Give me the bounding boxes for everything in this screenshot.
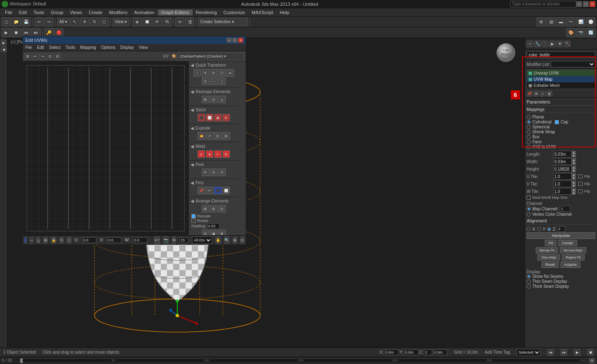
pins-collapse-icon[interactable]: ◀ xyxy=(191,181,194,185)
rotate-button[interactable]: ↻ xyxy=(90,17,99,27)
z-value-input[interactable] xyxy=(557,226,565,232)
map-channel-input[interactable] xyxy=(560,206,570,212)
manipulate-button[interactable]: Manipulate xyxy=(527,232,595,239)
particle-btn[interactable]: ⚪ xyxy=(586,17,595,27)
width-down[interactable]: ▼ xyxy=(572,162,576,165)
uvw-menu-edit[interactable]: Edit xyxy=(34,45,46,50)
hierarchy-btn[interactable]: ⋮ xyxy=(541,41,548,47)
uvw-paint-btn[interactable]: 🎨 xyxy=(171,53,177,59)
arrange-btn-3[interactable]: ⊡ xyxy=(218,205,226,212)
menu-file[interactable]: File xyxy=(2,10,16,15)
menu-group[interactable]: Group xyxy=(47,10,67,15)
make-unique-btn[interactable]: ◇ xyxy=(540,91,546,96)
uvw-settings-btn[interactable]: ⚙ xyxy=(172,236,176,244)
uvw-menu-options[interactable]: Options xyxy=(99,45,118,50)
length-spinner[interactable]: ▲ ▼ xyxy=(553,151,576,157)
uvw-w-input[interactable] xyxy=(133,237,147,243)
radio-cylindrical-dot[interactable] xyxy=(527,120,531,124)
graph-btn[interactable]: 📊 xyxy=(576,17,585,27)
remove-mod-btn[interactable]: 🗑 xyxy=(546,91,552,96)
menu-graph-editors[interactable]: Graph Editors xyxy=(158,10,193,15)
uvw-scale-btn[interactable]: ⬡ xyxy=(67,237,71,243)
percent-snap-btn[interactable]: % xyxy=(162,17,172,27)
uvw-zoomex-btn[interactable]: ⊞ xyxy=(233,236,237,244)
qt-collapse-icon[interactable]: ◀ xyxy=(191,63,194,67)
weld-sel-btn[interactable]: ◈ xyxy=(206,150,213,158)
new-button[interactable]: ◻ xyxy=(2,17,11,27)
height-up[interactable]: ▲ xyxy=(572,166,576,169)
vtile-spinner[interactable]: ▲ ▼ xyxy=(553,181,576,187)
utile-up[interactable]: ▲ xyxy=(572,173,576,176)
stitch-btn-4[interactable]: ⊞ xyxy=(222,114,230,121)
height-input[interactable] xyxy=(553,166,572,172)
object-name-input[interactable] xyxy=(527,51,595,58)
menu-edit[interactable]: Edit xyxy=(16,10,30,15)
peel-collapse-icon[interactable]: ◀ xyxy=(191,162,194,167)
uvw-v-input[interactable] xyxy=(107,237,121,243)
radio-planar-dot[interactable] xyxy=(527,115,531,119)
show-no-seams-radio[interactable] xyxy=(527,275,531,279)
add-time-tag[interactable]: Add Time Tag xyxy=(485,350,510,354)
menu-rendering[interactable]: Rendering xyxy=(193,10,220,15)
uvw-cam-btn[interactable]: 📷 xyxy=(163,236,169,244)
radio-shrinkwrap-dot[interactable] xyxy=(527,130,531,134)
explode-btn-4[interactable]: ⊟ xyxy=(222,132,230,140)
minimize-button[interactable]: ─ xyxy=(576,1,582,7)
utile-input[interactable] xyxy=(553,173,572,180)
menu-help[interactable]: Help xyxy=(276,10,292,15)
x-coord-input[interactable] xyxy=(384,350,399,355)
arrange-pack-btn-2[interactable]: ▦ xyxy=(210,230,218,235)
qt-btn-8[interactable]: ↕ xyxy=(218,77,226,85)
uvw-menu-file[interactable]: File xyxy=(23,45,34,50)
qt-btn-4[interactable]: ⬡ xyxy=(218,69,226,77)
uvw-xy-btn[interactable]: XY xyxy=(154,236,160,244)
stitch-btn-1[interactable]: ⬛ xyxy=(198,114,205,121)
angle-snap-btn[interactable]: ⟳ xyxy=(152,17,162,27)
x-align-radio[interactable] xyxy=(527,227,531,231)
timeline-settings-btn[interactable]: ⚙ xyxy=(589,358,595,364)
stitch-btn-3[interactable]: ▦ xyxy=(214,114,222,121)
flip-v-checkbox[interactable] xyxy=(578,182,582,186)
uvw-tool-4[interactable]: ⊡ xyxy=(47,53,53,60)
vtile-up[interactable]: ▲ xyxy=(572,181,576,184)
maximize-button[interactable]: □ xyxy=(583,1,589,7)
left-tool-1[interactable]: ▶ xyxy=(1,40,7,46)
length-input[interactable] xyxy=(553,151,572,157)
uvw-tool-3[interactable]: ↪ xyxy=(39,53,46,60)
reshape-btn-2[interactable]: ⊙ xyxy=(210,96,218,103)
mirror-btn[interactable]: ⇔ xyxy=(175,17,184,27)
utile-down[interactable]: ▼ xyxy=(572,176,576,180)
thin-seam-row[interactable]: Thin Seam Display xyxy=(527,279,595,284)
weld-break-btn[interactable]: ✂ xyxy=(214,150,222,158)
select-object-btn[interactable]: ◈ xyxy=(133,17,142,27)
motion-btn[interactable]: ▶ xyxy=(549,41,556,47)
move-button[interactable]: ✛ xyxy=(80,17,89,27)
vtile-input[interactable] xyxy=(553,181,572,187)
play-anim-btn[interactable]: ▶ xyxy=(2,28,11,37)
peel-btn-2[interactable]: ⟲ xyxy=(210,169,218,176)
qt-btn-1[interactable]: ↕ xyxy=(193,69,201,77)
uvw-zoom-btn[interactable]: 🔍 xyxy=(224,236,230,244)
utility-btn[interactable]: 🔨 xyxy=(564,41,570,47)
uvw-tool-1[interactable]: ⊞ xyxy=(24,53,31,60)
rotate-row[interactable]: Rotate xyxy=(191,219,236,223)
stop-anim-btn[interactable]: ⏹ xyxy=(12,28,21,37)
menu-animation[interactable]: Animation xyxy=(131,10,158,15)
fit-button[interactable]: Fit xyxy=(545,240,556,246)
vertex-color-radio[interactable] xyxy=(527,212,531,217)
explode-btn-2[interactable]: ↗ xyxy=(206,132,213,140)
pin-blue-btn[interactable]: ⬛ xyxy=(214,187,222,194)
pin-mode-btn[interactable]: 📌 xyxy=(198,187,205,194)
next-key-btn[interactable]: ⏭ xyxy=(561,349,567,356)
cap-checkbox[interactable] xyxy=(555,120,559,124)
y-align-radio[interactable] xyxy=(537,227,541,231)
arrange-btn-2[interactable]: ⊟ xyxy=(210,205,218,212)
radio-box[interactable]: Box xyxy=(527,135,595,139)
qt-btn-7[interactable]: ↔ xyxy=(210,77,218,85)
undo-button[interactable]: ↩ xyxy=(34,17,44,27)
selection-type-dropdown[interactable]: All ▾ xyxy=(57,18,69,26)
uvw-rot-btn[interactable]: ↻ xyxy=(60,237,64,243)
rotate-checkbox[interactable] xyxy=(191,219,196,223)
snap-btn[interactable]: 🔲 xyxy=(143,17,152,27)
explode-btn-3[interactable]: ⊡ xyxy=(214,132,222,140)
